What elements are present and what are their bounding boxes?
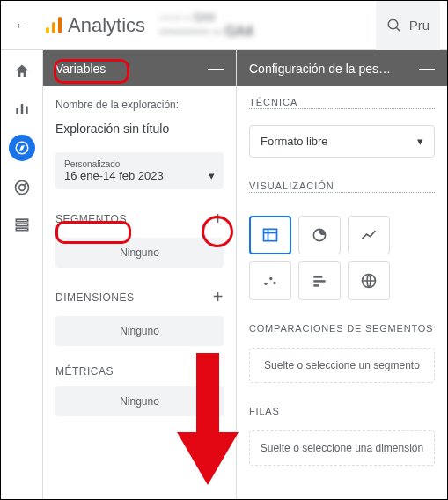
chevron-down-icon: ▾ [417, 135, 423, 148]
svg-line-4 [396, 27, 400, 32]
product-name: Analytics [68, 14, 145, 37]
svg-point-20 [269, 277, 272, 280]
nav-configure-icon[interactable] [11, 214, 33, 235]
nav-reports-icon[interactable] [11, 98, 33, 119]
svg-rect-1 [52, 22, 55, 33]
technique-label: TÉCNICA [249, 97, 435, 109]
date-range-label: Personalizado [64, 159, 215, 169]
viz-geo-icon[interactable] [348, 261, 390, 300]
chevron-down-icon: ▾ [209, 169, 215, 182]
segments-title: SEGMENTOS [55, 213, 127, 225]
analytics-logo: Analytics [43, 14, 145, 37]
segments-empty: Ninguno [55, 238, 224, 268]
settings-panel: Configuración de la pes… — TÉCNICA Forma… [237, 50, 447, 499]
svg-point-21 [273, 282, 275, 284]
add-dimension-button[interactable]: + [213, 287, 224, 307]
rows-dropzone[interactable]: Suelte o seleccione una dimensión [249, 430, 435, 466]
svg-rect-23 [313, 280, 325, 283]
svg-point-19 [264, 283, 267, 285]
dimensions-title: DIMENSIONES [55, 291, 135, 304]
nav-explore-icon[interactable] [9, 135, 35, 161]
back-button[interactable]: ← [8, 10, 36, 40]
rows-label: FILAS [249, 406, 435, 416]
add-segment-button[interactable]: + [213, 209, 224, 229]
search-label: Pru [409, 18, 430, 33]
svg-rect-22 [313, 276, 322, 278]
exploration-name-input[interactable]: Exploración sin título [55, 120, 224, 143]
viz-table-icon[interactable] [249, 216, 291, 254]
svg-rect-6 [20, 104, 23, 114]
viz-line-icon[interactable] [348, 216, 390, 254]
segment-comparison-label: COMPARACIONES DE SEGMENTOS [249, 323, 435, 334]
visualization-grid [249, 216, 435, 300]
svg-point-3 [388, 19, 398, 29]
svg-line-11 [24, 182, 27, 186]
date-range-picker[interactable]: Personalizado 16 ene-14 feb 2023 ▾ [55, 152, 224, 189]
viz-scatter-icon[interactable] [249, 261, 291, 300]
variables-title: Variables [55, 62, 106, 76]
technique-value: Formato libre [261, 135, 328, 148]
search-button[interactable]: Pru [376, 1, 440, 50]
segment-dropzone[interactable]: Suelte o seleccione un segmento [249, 348, 435, 383]
metrics-empty: Ninguno [55, 386, 224, 416]
nav-home-icon[interactable] [11, 61, 33, 82]
svg-rect-0 [46, 27, 49, 33]
svg-rect-24 [313, 284, 319, 287]
dimensions-empty: Ninguno [55, 316, 224, 346]
svg-rect-7 [26, 107, 27, 114]
left-nav [1, 50, 43, 499]
svg-rect-14 [16, 228, 27, 231]
variables-header: Variables — [43, 50, 236, 86]
technique-select[interactable]: Formato libre ▾ [249, 125, 435, 158]
svg-rect-13 [16, 224, 27, 225]
nav-advertising-icon[interactable] [11, 177, 33, 198]
date-range-value: 16 ene-14 feb 2023 [64, 169, 164, 182]
settings-header: Configuración de la pes… — [237, 50, 447, 86]
svg-rect-2 [58, 17, 62, 33]
viz-donut-icon[interactable] [298, 216, 341, 254]
settings-title: Configuración de la pes… [249, 62, 391, 76]
variables-panel: Variables — Nombre de la exploración: Ex… [43, 50, 237, 499]
visualization-label: VISUALIZACIÓN [249, 180, 435, 193]
svg-rect-5 [16, 108, 18, 114]
search-icon [386, 18, 402, 33]
metrics-title: MÉTRICAS [55, 365, 114, 378]
property-breadcrumb[interactable]: ─── – GA4 ───── – GA4 [159, 11, 369, 40]
viz-bar-icon[interactable] [298, 261, 341, 300]
exploration-name-label: Nombre de la exploración: [55, 99, 224, 111]
minimize-settings-button[interactable]: — [419, 59, 435, 77]
minimize-variables-button[interactable]: — [208, 59, 224, 77]
svg-rect-15 [264, 229, 277, 240]
svg-rect-12 [16, 219, 27, 222]
